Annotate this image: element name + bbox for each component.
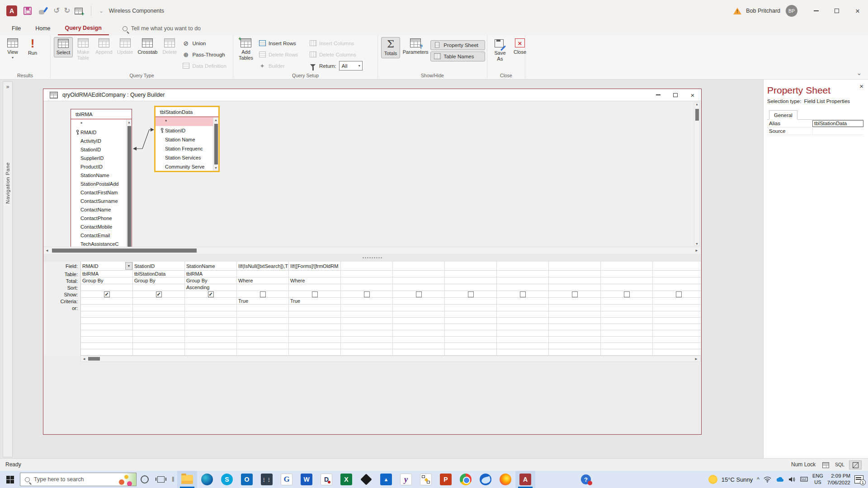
show-cell[interactable] — [341, 291, 392, 298]
taskbar-y-app[interactable]: y — [396, 471, 416, 488]
field-cell[interactable] — [393, 262, 444, 271]
criteria-cell[interactable] — [549, 298, 600, 305]
table-cell[interactable]: tblRMA — [185, 271, 236, 277]
totals-button[interactable]: Σ Totals — [381, 37, 400, 58]
parameters-button[interactable]: ? Parameters — [401, 37, 430, 56]
run-button[interactable]: ! Run — [23, 37, 42, 57]
table-cell[interactable] — [601, 271, 652, 277]
taskbar-outlook[interactable]: O — [237, 471, 257, 488]
field-dropdown-button[interactable]: ▼ — [125, 262, 132, 270]
taskbar-word[interactable]: W — [297, 471, 316, 488]
table-cell[interactable] — [289, 271, 340, 277]
empty-cell[interactable] — [237, 330, 288, 337]
field-cell[interactable]: StationName — [185, 262, 236, 271]
field-item[interactable]: TechAssistanceC — [71, 239, 132, 247]
datasheet-view-button[interactable] — [819, 460, 832, 469]
or-cell[interactable] — [289, 305, 340, 311]
field-list-tblrma[interactable]: tblRMA *RMAIDActivityIDStationIDSupplier… — [71, 109, 132, 247]
restore-button[interactable] — [826, 0, 847, 22]
field-item[interactable]: ContactEmail — [71, 231, 132, 239]
scroll-left-icon[interactable]: ◄ — [81, 357, 87, 361]
empty-cell[interactable] — [133, 349, 184, 356]
empty-cell[interactable] — [81, 343, 132, 349]
show-cell[interactable] — [237, 291, 288, 298]
field-item[interactable]: ProductID — [71, 162, 132, 171]
total-cell[interactable]: Group By — [185, 277, 236, 284]
scrollbar-thumb[interactable] — [127, 126, 131, 247]
show-cell[interactable] — [445, 291, 496, 298]
empty-cell[interactable] — [549, 343, 600, 349]
empty-cell[interactable] — [549, 330, 600, 337]
criteria-cell[interactable] — [653, 298, 701, 305]
sort-cell[interactable] — [653, 284, 701, 291]
or-cell[interactable] — [601, 305, 652, 311]
sort-cell[interactable]: Ascending — [185, 284, 236, 291]
undo-button[interactable]: ↺▾ — [53, 7, 57, 15]
criteria-cell[interactable] — [393, 298, 444, 305]
show-checkbox[interactable]: ✓ — [104, 291, 110, 297]
empty-cell[interactable] — [393, 324, 444, 330]
field-item[interactable]: StationID — [71, 145, 132, 154]
taskbar-excel[interactable]: X — [336, 471, 356, 488]
view-button[interactable]: View ▾ — [3, 37, 22, 61]
or-cell[interactable] — [81, 305, 132, 311]
empty-cell[interactable] — [237, 337, 288, 343]
onedrive-icon[interactable] — [776, 475, 784, 483]
taskbar-file-explorer[interactable] — [177, 471, 197, 488]
empty-cell[interactable] — [133, 337, 184, 343]
start-button[interactable] — [0, 471, 20, 488]
language-indicator[interactable]: ENGUS — [812, 473, 823, 486]
empty-cell[interactable] — [445, 343, 496, 349]
scroll-right-icon[interactable]: ► — [693, 357, 699, 361]
empty-cell[interactable] — [289, 318, 340, 324]
empty-cell[interactable] — [185, 337, 236, 343]
empty-cell[interactable] — [497, 318, 548, 324]
empty-cell[interactable] — [601, 324, 652, 330]
design-pane-hscrollbar[interactable]: ◄ ► — [44, 247, 701, 254]
field-item[interactable]: ContactFirstNam — [71, 188, 132, 197]
tell-me-search[interactable]: Tell me what you want to do — [123, 25, 201, 32]
show-checkbox[interactable] — [312, 291, 318, 297]
taskbar-chrome[interactable] — [456, 471, 476, 488]
field-item[interactable]: StationName — [71, 171, 132, 179]
tab-general[interactable]: General — [769, 110, 797, 120]
save-icon[interactable] — [24, 7, 32, 15]
taskbar-g-app[interactable]: G — [277, 471, 297, 488]
field-item[interactable]: StationID — [156, 126, 218, 135]
database-tools-icon[interactable] — [38, 7, 47, 15]
empty-cell[interactable] — [601, 337, 652, 343]
empty-cell[interactable] — [133, 318, 184, 324]
field-cell[interactable]: StationID — [133, 262, 184, 271]
empty-cell[interactable] — [289, 349, 340, 356]
expand-nav-pane-icon[interactable]: » — [6, 82, 9, 90]
taskbar-powerpoint[interactable]: P — [436, 471, 456, 488]
empty-cell[interactable] — [445, 330, 496, 337]
show-checkbox[interactable] — [468, 291, 474, 297]
field-item[interactable]: ContactName — [71, 205, 132, 214]
total-cell[interactable] — [549, 277, 600, 284]
scroll-left-icon[interactable]: ◄ — [44, 249, 50, 253]
empty-cell[interactable] — [341, 337, 392, 343]
table-title[interactable]: tblRMA — [71, 109, 132, 119]
criteria-cell[interactable] — [185, 298, 236, 305]
criteria-cell[interactable] — [445, 298, 496, 305]
query-close-button[interactable]: × — [684, 89, 701, 101]
show-cell[interactable] — [393, 291, 444, 298]
table-title[interactable]: tblStationData — [156, 107, 218, 117]
tab-file[interactable]: File — [5, 22, 28, 35]
empty-cell[interactable] — [237, 349, 288, 356]
close-query-button[interactable]: × Close — [510, 37, 529, 56]
or-cell[interactable] — [445, 305, 496, 311]
empty-cell[interactable] — [445, 311, 496, 318]
total-cell[interactable]: Where — [237, 277, 288, 284]
empty-cell[interactable] — [497, 337, 548, 343]
close-button[interactable]: × — [847, 0, 868, 22]
taskbar-firefox[interactable] — [495, 471, 515, 488]
task-view-button[interactable] — [153, 471, 169, 488]
show-checkbox[interactable] — [676, 291, 682, 297]
field-item[interactable]: Community Serve — [156, 162, 218, 171]
empty-cell[interactable] — [601, 343, 652, 349]
field-item[interactable]: Station Name — [156, 135, 218, 144]
or-cell[interactable] — [237, 305, 288, 311]
empty-cell[interactable] — [237, 318, 288, 324]
